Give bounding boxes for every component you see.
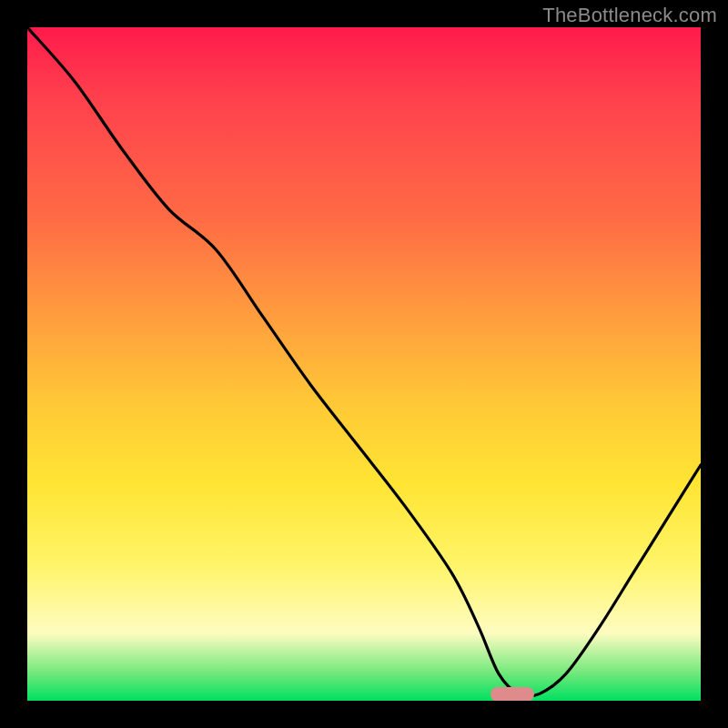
chart-frame: TheBottleneck.com bbox=[0, 0, 728, 728]
watermark-text: TheBottleneck.com bbox=[542, 4, 717, 27]
bottleneck-curve bbox=[27, 27, 701, 701]
plot-area bbox=[27, 27, 701, 701]
optimal-marker bbox=[490, 687, 534, 701]
